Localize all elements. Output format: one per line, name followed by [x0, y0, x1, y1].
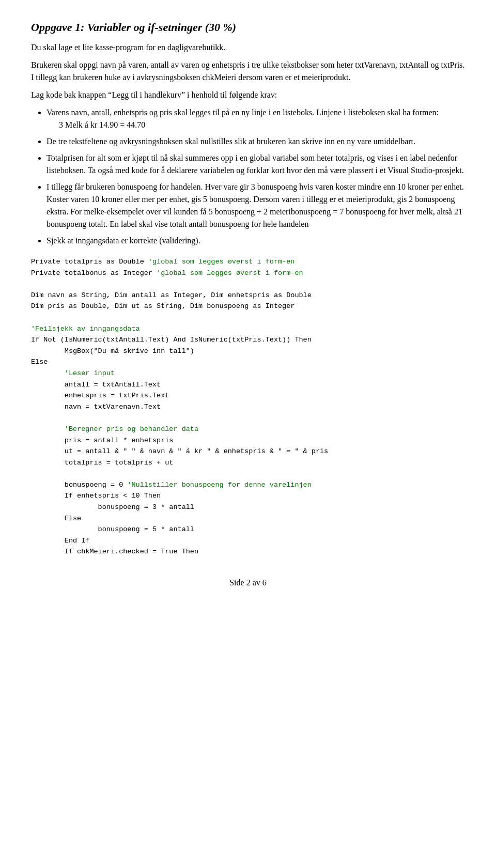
- page-title: Oppgave 1: Variabler og if-setninger (30…: [31, 21, 465, 34]
- page-footer: Side 2 av 6: [31, 578, 465, 587]
- list-item: Varens navn, antall, enhetspris og pris …: [47, 106, 465, 131]
- page-number: Side 2 av 6: [229, 578, 267, 587]
- list-item: Sjekk at inngangsdata er korrekte (valid…: [47, 235, 465, 247]
- code-block: Private totalpris as Double 'global som …: [31, 256, 465, 557]
- list-item: Totalprisen for alt som er kjøpt til nå …: [47, 152, 465, 177]
- list-item: De tre tekstfeltene og avkrysningsboksen…: [47, 135, 465, 148]
- requirements-list: Varens navn, antall, enhetspris og pris …: [47, 106, 465, 247]
- bullet-intro: Lag kode bak knappen “Legg til i handlek…: [31, 89, 465, 101]
- intro-para: Brukeren skal oppgi navn på varen, antal…: [31, 59, 465, 84]
- list-item: I tillegg får brukeren bonuspoeng for ha…: [47, 181, 465, 230]
- subtitle-para: Du skal lage et lite kasse-program for e…: [31, 41, 465, 54]
